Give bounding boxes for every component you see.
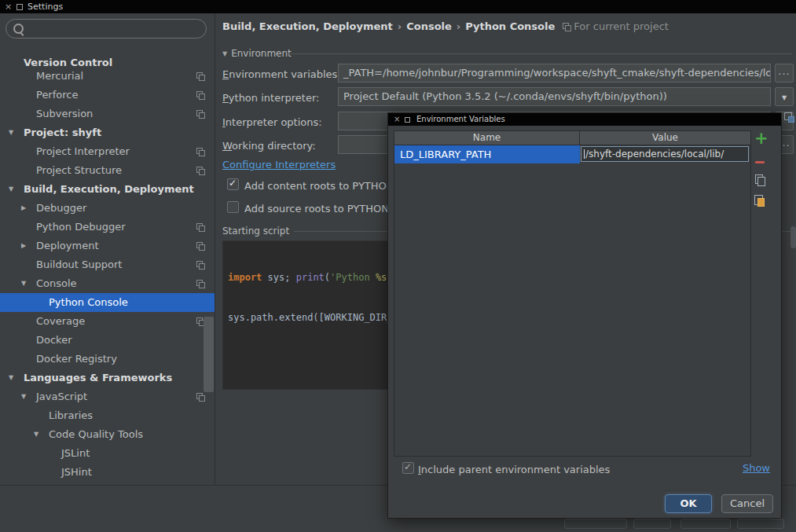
copy-icon[interactable] — [755, 174, 766, 187]
shared-settings-icon — [196, 280, 204, 288]
sidebar-item-label: Docker Registry — [36, 350, 117, 369]
sidebar-item-label: Coverage — [36, 312, 85, 331]
add-content-roots-checkbox[interactable] — [227, 178, 239, 190]
interpreter-label: Python interpreter: — [222, 92, 319, 104]
column-header-name[interactable]: Name — [394, 131, 580, 145]
sidebar-item-languages-frameworks[interactable]: ▼Languages & Frameworks — [0, 369, 215, 387]
scope-label: For current project — [574, 20, 669, 32]
cancel-button[interactable]: Cancel — [721, 494, 773, 513]
sidebar-scrollbar[interactable] — [204, 317, 214, 392]
chevron-down-icon[interactable]: ▼ — [9, 123, 13, 142]
code-token: 'Python — [330, 272, 376, 283]
shared-settings-icon — [196, 242, 204, 250]
sidebar-item-coverage[interactable]: Coverage — [0, 312, 215, 331]
chevron-down-icon: ▼ — [222, 50, 227, 57]
sidebar-item-python-debugger[interactable]: Python Debugger — [0, 218, 215, 237]
sidebar-item-docker[interactable]: Docker — [0, 331, 215, 350]
sidebar-item-project-structure[interactable]: Project Structure — [0, 161, 215, 180]
remove-icon[interactable] — [755, 161, 765, 163]
env-vars-field[interactable]: _PATH=/home/johnbur/Programming/workspac… — [338, 64, 771, 83]
breadcrumb-separator: › — [452, 20, 465, 32]
breadcrumb-segment[interactable]: Build, Execution, Deployment — [222, 20, 393, 32]
chevron-right-icon[interactable]: ▶ — [21, 199, 26, 218]
dialog-close-icon[interactable]: × — [394, 113, 400, 125]
ok-button[interactable]: OK — [665, 494, 712, 513]
env-vars-browse-button[interactable]: ... — [775, 64, 794, 83]
add-icon[interactable] — [754, 132, 768, 146]
sidebar-item-label: Subversion — [36, 105, 93, 123]
sidebar-item-subversion[interactable]: Subversion — [0, 105, 215, 123]
settings-sidebar: Version ControlMercurialPerforceSubversi… — [0, 13, 215, 485]
paste-icon[interactable] — [754, 194, 765, 207]
shared-settings-icon — [196, 167, 204, 174]
environment-variables-dialog: × Environment Variables Name Value LD_LI… — [387, 112, 782, 519]
sidebar-item-perforce[interactable]: Perforce — [0, 86, 215, 105]
dialog-maximize-icon[interactable] — [405, 117, 410, 123]
sidebar-item-javascript[interactable]: ▼JavaScript — [0, 387, 215, 406]
column-header-value[interactable]: Value — [580, 131, 750, 145]
text-caret — [584, 149, 585, 159]
sidebar-item-mercurial[interactable]: Mercurial — [0, 67, 215, 86]
include-parent-checkbox[interactable] — [402, 462, 414, 474]
value-editor-input[interactable]: /shyft-dependencies/local/lib/ — [581, 146, 749, 162]
include-parent-label: Include parent environment variables — [418, 464, 610, 475]
starting-script-section-header: Starting script — [222, 226, 289, 237]
sidebar-item-code-quality-tools[interactable]: ▼Code Quality Tools — [0, 425, 215, 444]
obscured-dialog-button — [564, 519, 627, 529]
chevron-down-icon[interactable]: ▼ — [9, 369, 13, 387]
sidebar-item-label: Project Structure — [36, 161, 122, 180]
code-token: sys; — [262, 272, 295, 283]
add-source-roots-checkbox[interactable] — [227, 201, 239, 213]
search-icon — [13, 24, 24, 34]
shared-settings-icon — [196, 223, 204, 231]
interpreter-combo[interactable]: Project Default (Python 3.5.2 (~/.conda/… — [338, 87, 771, 106]
shared-settings-icon — [196, 393, 204, 401]
interpreter-options-label: Interpreter options: — [222, 116, 322, 128]
working-directory-label: Working directory: — [222, 140, 316, 152]
show-link[interactable]: Show — [743, 462, 770, 474]
chevron-right-icon[interactable]: ▶ — [21, 237, 26, 255]
window-title: Settings — [28, 1, 63, 13]
sidebar-item-label: Libraries — [49, 406, 93, 425]
table-row-name-cell[interactable]: LD_LIBRARY_PATH — [394, 145, 580, 163]
sidebar-item-build-execution-deployment[interactable]: ▼Build, Execution, Deployment — [0, 180, 215, 199]
environment-section-header[interactable]: ▼Environment — [222, 48, 292, 59]
chevron-down-icon[interactable]: ▼ — [9, 180, 13, 199]
sidebar-item-label: Code Quality Tools — [49, 425, 143, 444]
window-close-icon[interactable]: × — [5, 1, 12, 13]
sidebar-item-label: JavaScript — [36, 387, 87, 406]
chevron-down-icon[interactable]: ▼ — [21, 274, 26, 293]
shared-settings-icon — [196, 91, 204, 99]
search-input[interactable] — [6, 19, 207, 39]
sidebar-divider — [215, 13, 215, 485]
main-scrollbar[interactable] — [790, 226, 796, 248]
shared-settings-icon — [196, 72, 204, 80]
sidebar-item-project-interpreter[interactable]: Project Interpreter — [0, 142, 215, 161]
chevron-down-icon[interactable]: ▼ — [34, 425, 39, 444]
sidebar-item-debugger[interactable]: ▶Debugger — [0, 199, 215, 218]
code-token: import — [228, 272, 262, 283]
sidebar-item-libraries[interactable]: Libraries — [0, 406, 215, 425]
env-vars-label: Environment variables: — [222, 68, 341, 80]
configure-interpreters-link[interactable]: Configure Interpreters — [222, 159, 336, 171]
sidebar-item-docker-registry[interactable]: Docker Registry — [0, 350, 215, 369]
sidebar-item-label: Docker — [36, 331, 72, 350]
sidebar-item-console[interactable]: ▼Console — [0, 274, 215, 293]
sidebar-item-label: Deployment — [36, 237, 99, 255]
interpreter-dropdown-button[interactable] — [775, 87, 794, 106]
sidebar-item-jslint[interactable]: JSLint — [0, 444, 215, 463]
breadcrumb-segment[interactable]: Python Console — [465, 20, 555, 32]
breadcrumb-segment[interactable]: Console — [406, 20, 452, 32]
settings-window: × Settings Version ControlMercurialPerfo… — [0, 0, 796, 532]
sidebar-item-buildout-support[interactable]: Buildout Support — [0, 255, 215, 274]
sidebar-item-project-shyft[interactable]: ▼Project: shyft — [0, 123, 215, 142]
sidebar-item-deployment[interactable]: ▶Deployment — [0, 237, 215, 255]
dialog-titlebar: × Environment Variables — [388, 113, 781, 126]
code-token: print — [296, 272, 325, 283]
window-maximize-icon[interactable] — [17, 4, 23, 10]
sidebar-item-python-console[interactable]: Python Console — [0, 293, 215, 312]
sidebar-item-jshint[interactable]: JSHint — [0, 463, 215, 482]
sidebar-item-label: Mercurial — [36, 67, 83, 86]
table-row-value-cell[interactable]: /shyft-dependencies/local/lib/ — [580, 145, 750, 163]
chevron-down-icon[interactable]: ▼ — [21, 387, 26, 406]
